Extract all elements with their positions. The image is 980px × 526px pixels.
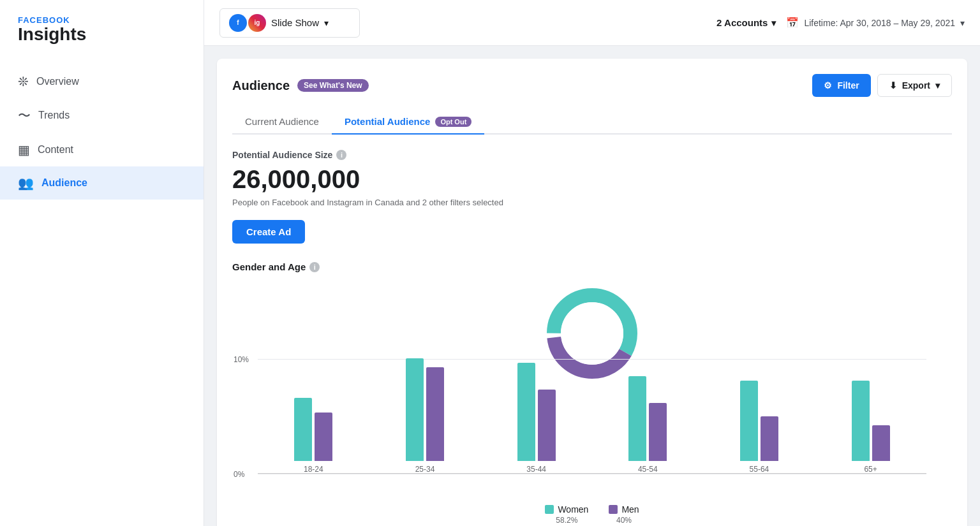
legend-men: Men 40%	[609, 504, 639, 525]
export-chevron-icon	[935, 80, 940, 91]
bar-groups: 18-24 25-34	[258, 359, 926, 474]
bar-men-65plus	[872, 425, 890, 461]
chart-info-icon[interactable]: i	[309, 262, 320, 272]
tab-current-label: Current Audience	[245, 116, 319, 127]
bar-label-35-44: 35-44	[526, 465, 546, 474]
sidebar-item-audience-label: Audience	[41, 177, 87, 189]
audience-desc: People on Facebook and Instagram in Cana…	[232, 198, 952, 207]
accounts-chevron-icon	[771, 17, 776, 28]
tab-potential-audience[interactable]: Potential Audience Opt Out	[332, 110, 484, 135]
bar-women-35-44	[517, 363, 535, 461]
audience-number: 26,000,000	[232, 165, 952, 194]
sidebar-logo: FACEBOOK Insights	[0, 0, 204, 50]
legend-label-women: Women	[558, 504, 588, 515]
bar-group-25-34: 25-34	[406, 358, 444, 474]
date-range-label: Lifetime: Apr 30, 2018 – May 29, 2021	[804, 18, 955, 28]
sidebar-item-content-label: Content	[38, 144, 73, 156]
sidebar-item-overview-label: Overview	[36, 76, 79, 87]
audience-tabs: Current Audience Potential Audience Opt …	[232, 110, 952, 135]
card-actions: ⚙ Filter ⬇ Export	[812, 74, 952, 97]
bar-men-25-34	[426, 367, 444, 461]
bar-men-35-44	[538, 390, 556, 461]
accounts-label: 2 Accounts	[716, 17, 768, 28]
account-avatars: f ig	[229, 14, 266, 32]
bar-label-18-24: 18-24	[304, 465, 323, 474]
slideshow-label: Slide Show	[271, 17, 319, 28]
export-label: Export	[902, 80, 930, 91]
filter-button[interactable]: ⚙ Filter	[812, 74, 870, 97]
bar-women-45-54	[628, 376, 646, 461]
slideshow-selector[interactable]: f ig Slide Show	[219, 8, 360, 38]
avatar-instagram: ig	[248, 14, 266, 32]
chart-legend: Women 58.2% Men 40%	[232, 504, 952, 526]
bar-men-18-24	[315, 413, 332, 461]
bar-chart-area: 10% 0% 18-24	[258, 359, 926, 474]
trends-icon: 〜	[18, 107, 31, 124]
sidebar-nav: ❊ Overview 〜 Trends ▦ Content 👥 Audience	[0, 65, 204, 200]
legend-dot-women	[545, 505, 554, 514]
content-icon: ▦	[18, 142, 30, 157]
chart-title: Gender and Age i	[232, 261, 952, 272]
bar-women-18-24	[294, 398, 312, 461]
bar-group-45-54: 45-54	[628, 376, 667, 474]
main-area: f ig Slide Show 2 Accounts 📅 Lifetime: A…	[204, 0, 980, 526]
sidebar-item-trends-label: Trends	[38, 110, 70, 121]
bar-label-55-64: 55-64	[750, 465, 769, 474]
legend-women: Women 58.2%	[545, 504, 588, 525]
app-title: Insights	[18, 25, 186, 45]
bar-women-65plus	[852, 381, 870, 461]
legend-dot-men	[609, 505, 618, 514]
bar-men-45-54	[649, 403, 667, 461]
date-range-button[interactable]: 📅 Lifetime: Apr 30, 2018 – May 29, 2021	[786, 17, 965, 29]
bar-label-45-54: 45-54	[638, 465, 658, 474]
legend-label-men: Men	[621, 504, 639, 515]
content-area: Audience See What's New ⚙ Filter ⬇ Expor…	[204, 46, 980, 526]
bar-group-55-64: 55-64	[740, 381, 778, 474]
sidebar-item-content[interactable]: ▦ Content	[0, 133, 204, 166]
card-header: Audience See What's New ⚙ Filter ⬇ Expor…	[232, 74, 952, 97]
legend-pct-women: 58.2%	[556, 516, 577, 525]
calendar-icon: 📅	[786, 17, 799, 29]
audience-card: Audience See What's New ⚙ Filter ⬇ Expor…	[217, 59, 967, 526]
create-ad-button[interactable]: Create Ad	[232, 220, 305, 244]
overview-icon: ❊	[18, 74, 29, 89]
bar-men-55-64	[761, 416, 778, 461]
bar-group-35-44: 35-44	[517, 363, 556, 474]
badge-new[interactable]: See What's New	[297, 79, 369, 92]
accounts-button[interactable]: 2 Accounts	[716, 17, 776, 28]
tab-potential-label: Potential Audience	[345, 116, 430, 127]
date-range-chevron-icon	[960, 18, 965, 28]
filter-icon: ⚙	[824, 80, 832, 91]
bar-group-18-24: 18-24	[294, 398, 332, 474]
sidebar-item-overview[interactable]: ❊ Overview	[0, 65, 204, 98]
topbar: f ig Slide Show 2 Accounts 📅 Lifetime: A…	[204, 0, 980, 46]
tab-current-audience[interactable]: Current Audience	[232, 110, 332, 135]
filter-label: Filter	[837, 80, 859, 91]
legend-pct-men: 40%	[616, 516, 632, 525]
card-title-row: Audience See What's New	[232, 78, 369, 93]
slideshow-chevron-icon	[324, 17, 329, 28]
avatar-facebook: f	[229, 14, 247, 32]
bar-label-65plus: 65+	[864, 465, 877, 474]
export-icon: ⬇	[889, 80, 897, 91]
brand-name: FACEBOOK	[18, 15, 186, 25]
bar-label-25-34: 25-34	[415, 465, 435, 474]
chart-container: 10% 0% 18-24	[232, 282, 952, 499]
bar-women-55-64	[740, 381, 758, 461]
audience-size-label: Potential Audience Size i	[232, 150, 952, 160]
info-icon[interactable]: i	[336, 150, 346, 160]
sidebar-item-trends[interactable]: 〜 Trends	[0, 98, 204, 133]
bar-group-65plus: 65+	[852, 381, 890, 474]
card-title: Audience	[232, 78, 290, 93]
export-button[interactable]: ⬇ Export	[877, 74, 952, 97]
sidebar: FACEBOOK Insights ❊ Overview 〜 Trends ▦ …	[0, 0, 204, 526]
x-axis-line	[258, 473, 926, 474]
bar-women-25-34	[406, 358, 424, 461]
audience-icon: 👥	[18, 175, 34, 191]
sidebar-item-audience[interactable]: 👥 Audience	[0, 166, 204, 200]
topbar-right: 2 Accounts 📅 Lifetime: Apr 30, 2018 – Ma…	[716, 17, 965, 29]
donut-center	[561, 302, 623, 365]
badge-optout[interactable]: Opt Out	[435, 117, 471, 127]
